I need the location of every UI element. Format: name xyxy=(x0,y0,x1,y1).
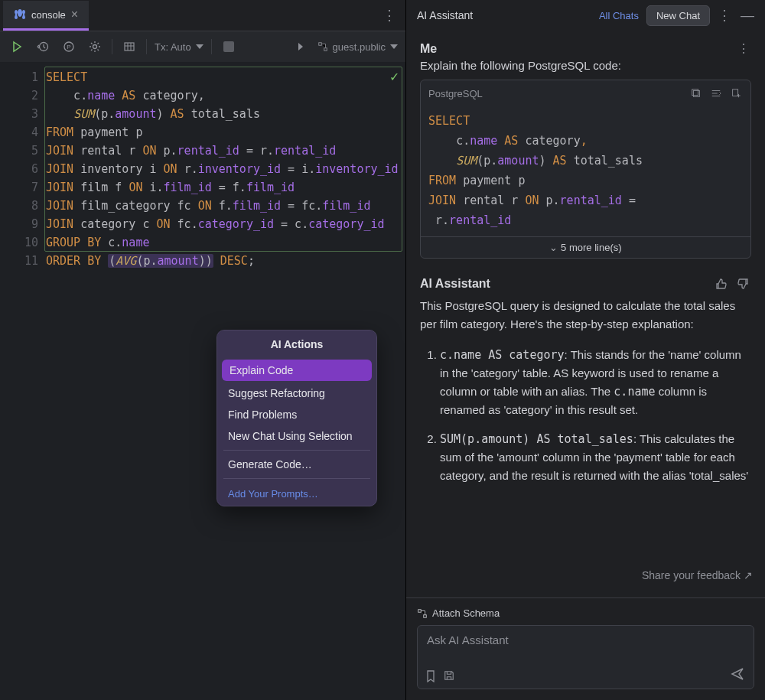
editor-toolbar: P Tx: Auto guest.public xyxy=(0,31,405,62)
popup-title: AI Actions xyxy=(217,330,376,358)
copy-icon[interactable] xyxy=(689,86,703,100)
chat-input-placeholder: Ask AI Assistant xyxy=(427,633,509,646)
postgres-icon xyxy=(14,8,26,21)
svg-rect-6 xyxy=(324,48,327,51)
tab-bar: console × ⋮ xyxy=(0,0,405,31)
popup-item-generate[interactable]: Generate Code… xyxy=(217,454,376,475)
explain-icon[interactable]: P xyxy=(60,37,78,56)
explanation-item: c.name AS category: This stands for the … xyxy=(440,346,751,419)
user-message: Explain the following PostgreSQL code: xyxy=(420,59,751,72)
history-icon[interactable] xyxy=(34,37,52,56)
snippet-language: PostgreSQL xyxy=(428,88,483,99)
settings-icon[interactable] xyxy=(86,37,104,56)
snippet-code[interactable]: SELECT c.name AS category, SUM(p.amount)… xyxy=(421,106,750,236)
tx-mode-dropdown[interactable]: Tx: Auto xyxy=(155,41,203,53)
ai-panel-header: AI Assistant All Chats New Chat ⋮ — xyxy=(406,0,765,31)
svg-point-3 xyxy=(93,45,97,49)
schema-icon xyxy=(317,41,328,52)
code-content[interactable]: SELECT c.name AS category, SUM(p.amount)… xyxy=(46,68,405,270)
svg-rect-5 xyxy=(318,43,321,46)
check-icon: ✓ xyxy=(389,70,399,84)
send-icon[interactable] xyxy=(731,667,744,681)
schema-icon xyxy=(417,608,428,619)
overflow-right-icon[interactable] xyxy=(291,37,310,56)
panel-menu-icon[interactable]: ⋮ xyxy=(718,7,733,24)
popup-item-refactor[interactable]: Suggest Refactoring xyxy=(217,383,376,404)
ai-panel-title: AI Assistant xyxy=(417,9,473,21)
svg-rect-10 xyxy=(418,609,422,612)
table-icon[interactable] xyxy=(120,37,138,56)
popup-item-find-problems[interactable]: Find Problems xyxy=(217,404,376,425)
snippet-expand[interactable]: ⌄ 5 more line(s) xyxy=(421,236,750,258)
all-chats-link[interactable]: All Chats xyxy=(599,10,639,21)
chat-sender-assistant: AI Assistant xyxy=(420,277,490,291)
close-icon[interactable]: × xyxy=(71,8,78,21)
explanation-item: SUM(p.amount) AS total_sales: This calcu… xyxy=(440,430,751,485)
chat-sender-me: Me xyxy=(420,42,437,56)
attach-schema-button[interactable]: Attach Schema xyxy=(417,607,754,619)
chevron-down-icon xyxy=(196,44,203,49)
bookmark-icon[interactable] xyxy=(425,670,436,682)
message-menu-icon[interactable]: ⋮ xyxy=(737,41,751,56)
svg-text:P: P xyxy=(67,44,70,50)
chevron-down-icon xyxy=(390,44,398,49)
assistant-message: This PostgreSQL query is designed to cal… xyxy=(420,297,751,496)
tab-console[interactable]: console × xyxy=(3,1,89,31)
thumbs-up-icon[interactable] xyxy=(713,275,730,292)
save-icon[interactable] xyxy=(444,670,454,682)
popup-item-explain[interactable]: Explain Code xyxy=(222,360,372,381)
code-editor[interactable]: ✓ 1234567891011 SELECT c.name AS categor… xyxy=(0,62,405,700)
ai-actions-popup: AI Actions Explain Code Suggest Refactor… xyxy=(216,330,377,506)
code-snippet-box: PostgreSQL SELECT c.name AS category, SU… xyxy=(420,80,751,259)
tab-overflow-icon[interactable]: ⋮ xyxy=(381,7,399,24)
popup-item-new-chat[interactable]: New Chat Using Selection xyxy=(217,425,376,447)
line-gutter: 1234567891011 xyxy=(0,68,46,270)
tab-label: console xyxy=(31,9,66,21)
svg-rect-7 xyxy=(694,91,700,97)
svg-rect-9 xyxy=(733,90,738,96)
svg-rect-4 xyxy=(125,43,134,50)
run-button[interactable] xyxy=(8,37,26,56)
schema-selector[interactable]: guest.public xyxy=(317,41,398,53)
panel-minimize-icon[interactable]: — xyxy=(741,8,754,24)
new-chat-button[interactable]: New Chat xyxy=(646,5,710,26)
create-file-icon[interactable] xyxy=(729,86,743,100)
svg-rect-8 xyxy=(692,90,698,96)
stop-button[interactable] xyxy=(220,37,238,56)
svg-rect-11 xyxy=(424,614,427,617)
feedback-link[interactable]: Share your feedback ↗ xyxy=(642,569,753,581)
chat-input[interactable]: Ask AI Assistant xyxy=(417,625,754,689)
popup-add-prompts-link[interactable]: Add Your Prompts… xyxy=(217,482,376,506)
insert-icon[interactable] xyxy=(709,86,723,100)
thumbs-down-icon[interactable] xyxy=(734,275,751,292)
